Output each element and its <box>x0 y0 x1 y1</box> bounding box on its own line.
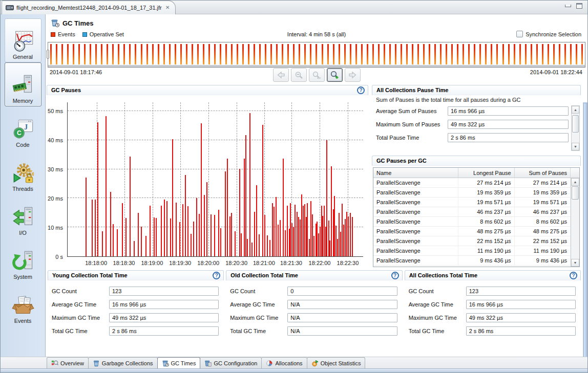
x-gridline <box>124 102 125 256</box>
timeline-event-bar <box>304 44 306 64</box>
gc-pause-bar <box>106 116 107 256</box>
table-row[interactable]: ParallelScavenge48 ms 275 µs48 ms 275 µs <box>373 227 571 236</box>
field-value[interactable] <box>466 326 576 336</box>
help-icon[interactable]: ? <box>391 272 399 279</box>
table-scrollbar[interactable]: ▲ ▼ <box>571 178 579 267</box>
field-value[interactable] <box>448 106 569 116</box>
history-forward-button[interactable] <box>345 68 361 82</box>
timeline-event-bar <box>316 44 317 64</box>
table-cell: 19 ms 571 µs <box>458 198 515 207</box>
synchronize-selection[interactable]: Synchronize Selection <box>516 31 581 37</box>
sidebar-item-io[interactable]: I/O <box>5 194 41 238</box>
tab-allocations[interactable]: Allocations <box>261 357 307 368</box>
zoom-in-button[interactable] <box>327 68 343 82</box>
tab-gc-times[interactable]: GC Times <box>157 357 201 368</box>
gc-pause-bar <box>218 210 219 256</box>
synchronize-checkbox[interactable] <box>516 31 523 37</box>
scrollbar-thumb[interactable] <box>583 103 587 357</box>
table-row[interactable]: ParallelScavenge22 ms 152 µs22 ms 152 µs <box>373 236 571 246</box>
field-value[interactable] <box>109 313 219 322</box>
field-value[interactable] <box>287 326 397 336</box>
tab-object-statistics[interactable]: Object Statistics <box>307 357 366 368</box>
gc-pause-bar <box>193 222 194 256</box>
close-icon[interactable]: ✕ <box>164 4 171 11</box>
table-row[interactable]: ParallelScavenge46 ms 237 µs46 ms 237 µs <box>373 207 571 217</box>
timeline-event-bar <box>123 44 125 64</box>
table-row[interactable]: ParallelScavenge27 ms 214 µs27 ms 214 µs <box>373 178 571 188</box>
scrollbar-thumb[interactable] <box>572 186 579 200</box>
overview-icon <box>51 360 58 367</box>
help-icon[interactable]: ? <box>357 86 365 94</box>
interval-label: Interval: 4 min 58 s (all) <box>47 31 586 37</box>
column-header-name[interactable]: Name <box>373 168 458 178</box>
gc-pause-bar <box>298 217 299 256</box>
sidebar-item-general[interactable]: General <box>5 18 41 62</box>
field-value[interactable] <box>287 287 397 296</box>
gc-pause-bar <box>141 227 142 256</box>
zoom-selection-button[interactable] <box>309 68 325 82</box>
field-label: Maximum GC Time <box>52 315 109 321</box>
pause-time-scrollbar[interactable]: ▲ ▼ <box>571 105 580 151</box>
gc-pause-bar <box>164 200 165 256</box>
field-label: GC Count <box>52 288 109 294</box>
gc-pause-bar <box>295 205 296 256</box>
editor-tab-flight-recording[interactable]: flight_recording_Memtest12448_2014-09-01… <box>2 1 176 14</box>
table-row[interactable]: ParallelScavenge8 ms 602 µs8 ms 602 µs <box>373 217 571 227</box>
tab-gc-configuration[interactable]: GC Configuration <box>200 357 262 368</box>
gc-pause-bar <box>134 241 135 256</box>
help-icon[interactable]: ? <box>213 272 220 279</box>
field-value[interactable] <box>109 300 219 309</box>
timeline-event-bar <box>180 44 182 64</box>
young-collection-section: Young Collection Total Time? GC CountAve… <box>48 270 224 347</box>
all-collections-rows: GC CountAverage GC TimeMaximum GC TimeTo… <box>405 280 581 338</box>
table-row[interactable]: ParallelScavenge11 ms 190 µs11 ms 190 µs <box>373 246 571 256</box>
gc-pauses-plot[interactable] <box>67 102 363 257</box>
timeline-overview[interactable] <box>48 42 585 68</box>
timeline-event-bar <box>231 44 233 64</box>
y-tick-label: 0 s <box>47 254 63 260</box>
gc-pause-bar <box>150 206 151 256</box>
field-value[interactable] <box>466 300 576 309</box>
tab-garbage-collections[interactable]: Garbage Collections <box>88 357 158 368</box>
table-cell: 22 ms 152 µs <box>515 236 571 246</box>
minimize-icon[interactable] <box>565 5 571 7</box>
scroll-up-icon[interactable]: ▲ <box>571 178 579 186</box>
field-value[interactable] <box>466 287 576 296</box>
table-row[interactable]: ParallelScavenge19 ms 359 µs19 ms 359 µs <box>373 188 571 198</box>
field-value[interactable] <box>109 326 219 336</box>
timeline-event-bar <box>542 44 543 64</box>
sidebar-item-code[interactable]: JC Code <box>5 106 41 150</box>
scroll-down-icon[interactable]: ▼ <box>572 143 579 150</box>
help-icon[interactable]: ? <box>570 272 577 279</box>
gc-pause-bar <box>227 159 228 256</box>
column-header-longest-pause[interactable]: Longest Pause <box>458 168 515 178</box>
summary-row: Young Collection Total Time? GC CountAve… <box>48 270 581 347</box>
sidebar-item-events[interactable]: Events <box>5 282 41 326</box>
timeline-range-handle[interactable] <box>47 50 49 59</box>
field-value[interactable] <box>287 313 397 322</box>
history-back-button[interactable] <box>273 68 289 82</box>
field-value[interactable] <box>448 120 569 129</box>
zoom-out-button[interactable] <box>291 68 307 82</box>
gc-pauses-title: GC Pauses <box>51 87 81 93</box>
all-collections-title: All Collections Total Time <box>409 272 477 278</box>
table-row[interactable]: ParallelScavenge9 ms 436 µs9 ms 436 µs <box>373 256 571 266</box>
scroll-up-icon[interactable]: ▲ <box>572 106 579 114</box>
field-value[interactable] <box>466 313 576 322</box>
column-header-sum-of-pauses[interactable]: Sum of Pauses <box>515 168 571 178</box>
page-scrollbar[interactable] <box>583 102 587 357</box>
field-value[interactable] <box>109 287 219 296</box>
timeline-event-bar <box>474 44 475 64</box>
scroll-down-icon[interactable]: ▼ <box>571 259 579 267</box>
sidebar-item-threads[interactable]: Threads <box>5 150 41 194</box>
sidebar-item-memory[interactable]: Memory <box>5 62 41 106</box>
timeline-event-bar <box>531 44 532 64</box>
table-row[interactable]: ParallelScavenge19 ms 571 µs19 ms 571 µs <box>373 198 571 207</box>
scrollbar-thumb[interactable] <box>572 115 579 133</box>
maximize-icon[interactable] <box>576 3 582 9</box>
sidebar-item-system[interactable]: System <box>5 238 41 282</box>
tab-overview[interactable]: Overview <box>47 357 89 368</box>
field-value[interactable] <box>287 300 397 309</box>
field-value[interactable] <box>448 133 569 142</box>
table-cell: ParallelScavenge <box>373 198 458 207</box>
